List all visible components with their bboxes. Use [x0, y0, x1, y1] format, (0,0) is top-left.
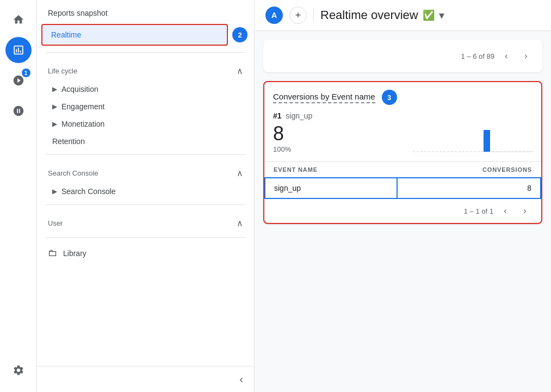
content-area: 1 – 6 of 89 ‹ › Conversions by Event nam… — [255, 31, 551, 392]
conversions-card: Conversions by Event name 3 #1 sign_up 8… — [263, 81, 542, 224]
svg-rect-1 — [484, 130, 490, 152]
chevron-right-search-console: ▶ — [52, 188, 57, 195]
sidebar-item-realtime[interactable]: Realtime — [41, 24, 228, 46]
page-title-area: Realtime overview ✅ ▾ — [320, 8, 444, 22]
conv-percent: 100% — [264, 145, 300, 158]
conversions-table: EVENT NAME CONVERSIONS sign_up 8 — [264, 161, 541, 199]
page-title: Realtime overview — [320, 8, 418, 22]
search-console-section-header[interactable]: Search Console ∧ — [48, 166, 243, 181]
table-row: sign_up 8 — [265, 178, 541, 198]
chevron-right-acquisition: ▶ — [52, 85, 57, 93]
add-button[interactable]: + — [289, 7, 307, 24]
reports-icon[interactable] — [5, 37, 32, 63]
bottom-next-button[interactable]: › — [517, 203, 533, 219]
icon-bar: 1 — [0, 0, 37, 392]
bottom-pagination: 1 – 1 of 1 ‹ › — [264, 199, 541, 223]
bottom-pagination-text: 1 – 1 of 1 — [464, 207, 493, 215]
home-icon[interactable] — [5, 7, 32, 33]
library-folder-icon: 🗀 — [48, 247, 58, 259]
search-console-section: Search Console ∧ — [37, 159, 254, 183]
top-card: 1 – 6 of 89 ‹ › — [263, 40, 542, 72]
divider-1 — [46, 52, 245, 53]
conv-big-number: 8 — [264, 122, 300, 145]
conversions-title: Conversions by Event name — [273, 92, 375, 103]
lifecycle-label: Life cycle — [48, 67, 77, 75]
avatar[interactable]: A — [265, 7, 283, 24]
retention-label: Retention — [52, 137, 85, 146]
lifecycle-chevron-up: ∧ — [237, 66, 243, 76]
explore-icon[interactable] — [5, 98, 32, 124]
user-section: User ∧ — [37, 209, 254, 233]
monetization-label: Monetization — [61, 120, 104, 128]
sidebar-item-monetization[interactable]: ▶ Monetization — [37, 115, 254, 133]
user-chevron-up: ∧ — [237, 218, 243, 228]
step-badge-3: 3 — [382, 90, 397, 105]
top-pagination-text: 1 – 6 of 89 — [461, 52, 494, 60]
table-cell-event: sign_up — [265, 178, 397, 198]
search-console-section-label: Search Console — [48, 169, 98, 177]
sidebar-collapse-area: ‹ — [37, 366, 254, 392]
sidebar-header: Reports snapshot — [37, 0, 254, 22]
divider-2 — [46, 154, 245, 155]
col-conversions-header: CONVERSIONS — [397, 162, 541, 178]
engagement-label: Engagement — [61, 102, 104, 111]
status-check-icon: ✅ — [423, 9, 435, 21]
chevron-right-monetization: ▶ — [52, 120, 57, 128]
advertising-icon[interactable]: 1 — [5, 67, 32, 94]
lifecycle-section-header[interactable]: Life cycle ∧ — [48, 64, 243, 78]
library-label: Library — [63, 249, 86, 258]
sparkline-chart — [413, 125, 533, 157]
conversions-header: Conversions by Event name 3 — [264, 82, 541, 109]
search-console-chevron-up: ∧ — [237, 168, 243, 178]
step-badge-2: 2 — [232, 27, 247, 42]
user-section-header[interactable]: User ∧ — [48, 216, 243, 231]
search-console-label: Search Console — [61, 187, 116, 196]
sidebar-item-acquisition[interactable]: ▶ Acquisition — [37, 80, 254, 98]
dropdown-arrow-icon[interactable]: ▾ — [439, 9, 444, 22]
chevron-right-engagement: ▶ — [52, 103, 57, 110]
sidebar: Reports snapshot Realtime 2 Life cycle ∧… — [37, 0, 255, 392]
main-header: A + Realtime overview ✅ ▾ — [255, 0, 551, 31]
table-cell-conversions: 8 — [397, 178, 541, 198]
bottom-prev-button[interactable]: ‹ — [498, 203, 513, 219]
header-divider — [313, 9, 314, 22]
top-prev-button[interactable]: ‹ — [499, 48, 514, 64]
conv-rank-number: #1 — [273, 111, 282, 120]
lifecycle-section: Life cycle ∧ — [37, 57, 254, 80]
acquisition-label: Acquisition — [61, 85, 98, 94]
sidebar-item-search-console[interactable]: ▶ Search Console — [37, 183, 254, 200]
settings-icon[interactable] — [5, 357, 32, 383]
sidebar-item-library[interactable]: 🗀 Library — [37, 242, 254, 264]
conv-rank: #1 sign_up — [264, 109, 541, 122]
main-area: A + Realtime overview ✅ ▾ 1 – 6 of 89 ‹ … — [255, 0, 551, 392]
divider-3 — [46, 204, 245, 205]
badge-1: 1 — [22, 69, 30, 77]
mini-chart — [300, 122, 541, 161]
collapse-button[interactable]: ‹ — [239, 373, 243, 385]
sidebar-item-retention[interactable]: Retention — [37, 133, 254, 150]
sidebar-item-engagement[interactable]: ▶ Engagement — [37, 98, 254, 115]
top-pagination: 1 – 6 of 89 ‹ › — [453, 44, 542, 68]
top-next-button[interactable]: › — [518, 48, 534, 64]
user-label: User — [48, 219, 63, 227]
divider-4 — [46, 237, 245, 238]
conv-rank-event: sign_up — [286, 111, 312, 120]
col-event-header: EVENT NAME — [265, 162, 397, 178]
